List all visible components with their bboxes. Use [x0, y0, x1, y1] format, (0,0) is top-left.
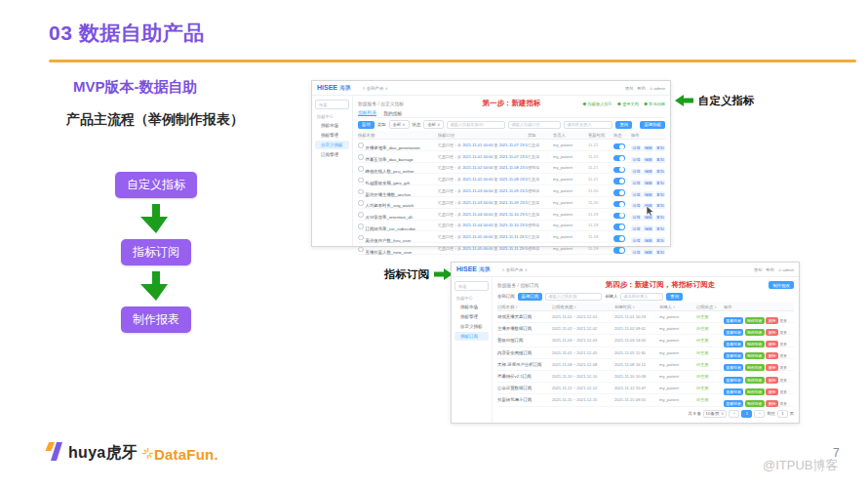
next-page-button[interactable]: ›	[754, 410, 765, 418]
subscription-name-cell[interactable]: 公会运营数据订阅	[497, 386, 552, 390]
app-topbar: HiSEE 海豚 ≡ 全部产品 ∨ 通知 帮助 ⊙ admin	[312, 81, 670, 96]
quick-link[interactable]: ◆ 常见问题	[644, 102, 665, 106]
status-cell: 已生效	[696, 314, 724, 319]
sidebar-search-input[interactable]: 搜索	[454, 281, 489, 291]
create-time-cell: 2021-11-02 09:41	[614, 326, 659, 331]
subscription-name-cell[interactable]: 游戏直播大盘订阅	[497, 314, 552, 319]
enable-toggle[interactable]	[613, 155, 625, 162]
add-button[interactable]: 新增	[358, 121, 375, 129]
metric-caliber-cell: 汇总口径：从 2021-11-04 00:00 至 2021-11-10 23:…	[438, 223, 528, 227]
pagination: 共 8 条 10条/页 ∨ ‹ 1 › 前往 1 页	[497, 410, 794, 418]
enable-toggle[interactable]	[613, 201, 625, 208]
flow-step-custom-metric[interactable]: 自定义指标	[115, 172, 197, 198]
row-action-button[interactable]: 删除	[766, 400, 778, 407]
column-header: 订阅名称 ↕	[497, 305, 552, 309]
watermark: @ITPUB博客	[763, 457, 838, 474]
app-logo[interactable]: HiSEE 海豚	[456, 265, 491, 274]
valid-range-cell: 2021-11-10 ~ 2021-12-10	[552, 374, 614, 379]
update-time-cell: 11-21	[588, 165, 613, 170]
table-row[interactable]: 直播拉新人数_new_user 汇总口径：从 2021-11-05 00:00 …	[358, 243, 665, 255]
status-select[interactable]: 全部 ∨	[423, 120, 444, 129]
enable-toggle[interactable]	[613, 178, 625, 184]
sidebar-item[interactable]: 指标管理	[454, 312, 489, 321]
type-select[interactable]: 全部 ∨	[389, 120, 410, 129]
slide-subtitle: MVP版本-数据自助	[73, 78, 198, 97]
subscription-name-input[interactable]	[545, 293, 602, 301]
create-metric-button[interactable]: 新建指标	[640, 121, 665, 129]
status-cell: 已生效	[696, 350, 724, 355]
subscription-name-cell[interactable]: 内容安全周报订阅	[497, 350, 552, 355]
flow-step-metric-subscribe[interactable]: 指标订阅	[121, 239, 191, 265]
product-switcher[interactable]: ≡ 全部产品 ∨	[502, 267, 528, 272]
more-actions-link[interactable]: 更多 ∨	[779, 401, 789, 406]
user-menu[interactable]: 通知 帮助 ⊙ admin	[625, 86, 665, 91]
app-topbar: HiSEE 海豚 ≡ 全部产品 ∨ 通知 帮助 ⊙ admin	[452, 263, 799, 277]
enable-toggle[interactable]	[613, 167, 625, 174]
page-number-button[interactable]: 1	[741, 410, 752, 418]
user-menu[interactable]: 通知 帮助 ⊙ admin	[754, 267, 794, 272]
subscription-name-cell[interactable]: 弹幕特征v2.1订阅	[497, 374, 552, 379]
status-cell: 已生效	[696, 374, 724, 379]
sidebar-item[interactable]: 自定义指标	[315, 141, 349, 149]
huya-logo-text: huya虎牙	[68, 443, 138, 464]
flow-step-make-report[interactable]: 制作报表	[121, 306, 191, 333]
enable-toggle[interactable]	[613, 247, 625, 254]
sidebar-search-input[interactable]: 搜索	[315, 100, 349, 109]
creator-input[interactable]	[620, 293, 663, 301]
create-time-cell: 2021-11-08 16:12	[614, 362, 659, 367]
subscription-name-cell[interactable]: 拉新转化漏斗订阅	[497, 397, 552, 402]
search-button[interactable]: 查询	[615, 121, 632, 129]
metric-caliber-cell: 汇总口径：从 2021-11-01 00:00 至 2021-11-07 23:…	[438, 154, 528, 159]
metric-caliber-cell: 汇总口径：从 2021-11-02 00:00 至 2021-11-08 23:…	[438, 177, 528, 182]
update-time-cell: 11-18	[588, 234, 613, 239]
annotation-label: 指标订阅	[384, 267, 429, 282]
new-subscription-button[interactable]: 新建订阅	[518, 293, 543, 301]
radio-icon[interactable]	[358, 247, 364, 253]
sidebar-item[interactable]: 订阅管理	[315, 150, 349, 159]
enable-toggle[interactable]	[613, 189, 625, 196]
column-header: 订阅有效期 ↕	[552, 305, 614, 309]
valid-range-cell: 2021-11-15 ~ 2021-12-15	[552, 397, 614, 402]
metric-name-cell[interactable]: 直播拉新人数_new_user	[358, 240, 438, 258]
sidebar-item[interactable]: 指标市场	[315, 121, 349, 130]
owner-cell: my_patient	[553, 200, 588, 205]
quick-link[interactable]: ◆ 指标接入指引	[582, 102, 612, 106]
step-annotation: 第四步：新建订阅，将指标订阅走	[527, 280, 794, 290]
sidebar-item[interactable]: 指标市场	[454, 303, 489, 311]
row-action-button[interactable]: 制作报表	[745, 400, 765, 407]
app-logo[interactable]: HiSEE 海豚	[317, 84, 351, 93]
quick-link[interactable]: ◆ 使用文档	[617, 102, 639, 106]
metric-name-input[interactable]	[447, 121, 505, 129]
metric-caliber-input[interactable]	[508, 121, 561, 129]
prev-page-button[interactable]: ‹	[729, 410, 739, 418]
goto-page-input[interactable]: 1	[777, 410, 788, 418]
enable-toggle[interactable]	[613, 213, 625, 220]
enable-toggle[interactable]	[613, 143, 625, 150]
search-button[interactable]: 查询	[666, 293, 683, 301]
subscription-name-cell[interactable]: 营收日报订阅	[497, 338, 552, 343]
tab-my-metrics[interactable]: 我的指标	[383, 110, 402, 116]
actions-cell: 详情编辑复制删除	[631, 240, 666, 258]
table-row[interactable]: 拉新转化漏斗订阅 2021-11-15 ~ 2021-12-15 2021-11…	[497, 394, 794, 406]
page-size-select[interactable]: 10条/页 ∨	[703, 410, 728, 418]
owner-cell: my_patient	[553, 212, 588, 217]
row-action-button[interactable]: 查看报表	[724, 400, 743, 407]
owner-input[interactable]	[564, 121, 612, 129]
subscription-name-cell[interactable]: 大神-深度用户分析订阅	[497, 362, 552, 367]
flow-caption: 产品主流程（举例制作报表）	[66, 111, 244, 129]
product-switcher[interactable]: ≡ 全部产品 ∨	[363, 86, 388, 91]
create-time-cell: 2021-11-10 10:08	[614, 374, 659, 379]
datafun-logo: DataFun.	[142, 445, 218, 463]
row-action-link[interactable]: 复制	[655, 249, 666, 255]
row-action-link[interactable]: 编辑	[643, 249, 653, 255]
tab-metric-list[interactable]: 指标列表	[358, 109, 376, 116]
tab-all-subscriptions[interactable]: 全部订阅	[497, 294, 515, 299]
enable-toggle[interactable]	[613, 224, 625, 230]
sidebar-item[interactable]: 指标管理	[315, 131, 349, 140]
make-report-button[interactable]: 制作报表	[769, 281, 794, 289]
subscription-name-cell[interactable]: 主播开播数据订阅	[497, 326, 552, 331]
enable-toggle[interactable]	[613, 235, 625, 242]
sidebar-item[interactable]: 指标订阅	[454, 332, 489, 341]
sidebar-item[interactable]: 自定义指标	[454, 322, 489, 331]
row-action-link[interactable]: 详情	[631, 249, 642, 255]
